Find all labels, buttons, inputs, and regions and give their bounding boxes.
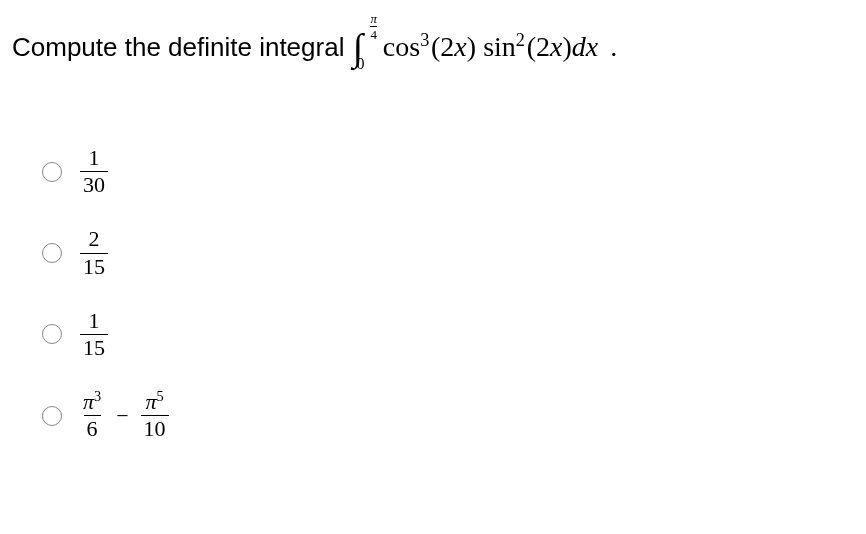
pi-exp: 5 [157, 388, 164, 404]
option-c[interactable]: 1 15 [42, 309, 854, 360]
fraction-a: 1 30 [80, 146, 108, 197]
fraction-d1: π3 6 [80, 390, 104, 441]
option-c-content: 1 15 [80, 309, 108, 360]
arg2-var: x [550, 31, 562, 62]
option-d-content: π3 6 − π5 10 [80, 390, 169, 441]
arg1-var: x [454, 31, 466, 62]
fraction-a-num: 1 [86, 146, 103, 171]
integral-sign: ∫ π 4 0 [352, 28, 362, 66]
fraction-b: 2 15 [80, 227, 108, 278]
option-b-content: 2 15 [80, 227, 108, 278]
question-text: Compute the definite integral ∫ π 4 0 co… [12, 28, 854, 66]
fraction-b-den: 15 [80, 253, 108, 279]
integral-lower-limit: 0 [356, 56, 364, 72]
radio-icon[interactable] [42, 243, 62, 263]
minus-sign: − [116, 403, 128, 429]
upper-limit-den: 4 [370, 26, 377, 41]
integral-expression: ∫ π 4 0 cos3 (2x) sin2 (2x)dx . [352, 28, 617, 66]
pi-symbol: π [83, 389, 94, 414]
fraction-d2: π5 10 [141, 390, 169, 441]
fraction-d1-den: 6 [84, 415, 101, 441]
option-b[interactable]: 2 15 [42, 227, 854, 278]
radio-icon[interactable] [42, 162, 62, 182]
fraction-d2-den: 10 [141, 415, 169, 441]
arg1-coef: 2 [440, 31, 454, 62]
pi-symbol: π [146, 389, 157, 414]
options-list: 1 30 2 15 1 15 π3 6 − [12, 146, 854, 442]
fraction-c-den: 15 [80, 334, 108, 360]
sin-power: 2 [516, 30, 525, 50]
fraction-b-num: 2 [86, 227, 103, 252]
option-a-content: 1 30 [80, 146, 108, 197]
fraction-d1-num: π3 [80, 390, 104, 415]
fraction-c-num: 1 [86, 309, 103, 334]
integral-upper-limit: π 4 [370, 12, 377, 41]
fraction-a-den: 30 [80, 171, 108, 197]
arg2-coef: 2 [536, 31, 550, 62]
dvar-x: x [586, 31, 598, 62]
question-period: . [610, 31, 617, 63]
pi-exp: 3 [94, 388, 101, 404]
radio-icon[interactable] [42, 324, 62, 344]
fraction-d2-num: π5 [143, 390, 167, 415]
integrand: cos3 (2x) sin2 (2x)dx [383, 31, 598, 63]
cos-power: 3 [420, 30, 429, 50]
cos-fn: cos [383, 31, 420, 62]
option-a[interactable]: 1 30 [42, 146, 854, 197]
question-prompt: Compute the definite integral [12, 32, 344, 63]
option-d[interactable]: π3 6 − π5 10 [42, 390, 854, 441]
sin-fn: sin [483, 31, 516, 62]
radio-icon[interactable] [42, 406, 62, 426]
upper-limit-num: π [370, 12, 377, 26]
fraction-c: 1 15 [80, 309, 108, 360]
dvar-d: d [572, 31, 586, 62]
